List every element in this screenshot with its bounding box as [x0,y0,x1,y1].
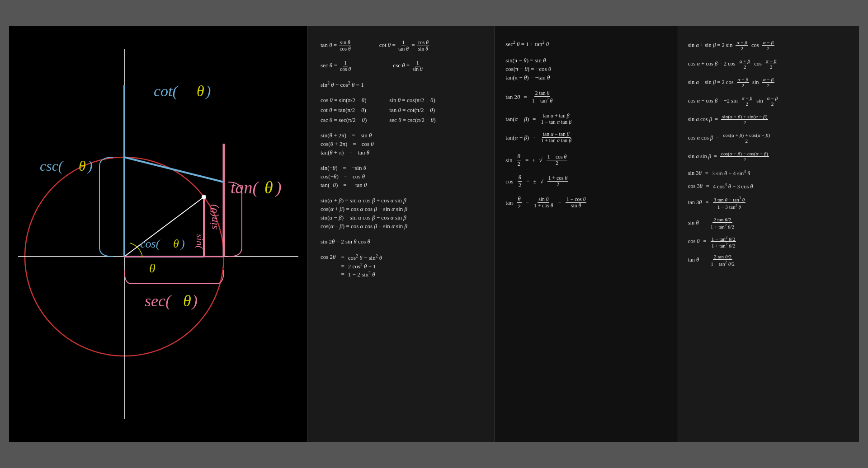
f3-prod-cos-cos: cos α cos β = cos(α + β) + cos(α − β)2 [688,132,849,144]
svg-text:): ) [275,178,282,197]
f3-tan3: tan 3θ = 3 tan θ − tan3 θ1 − 3 tan2 θ [688,196,849,210]
svg-text:): ) [191,292,198,310]
formula-periodicity: sin(θ + 2π)=sin θ cos(θ + 2π)=cos θ tan(… [321,132,481,156]
formula-panel-2: sec2 θ = 1 + tan2 θ sin(π − θ) = sin θ c… [494,26,677,442]
f2-half-sin: sin θ2 = ± √ 1 − cos θ2 [505,153,666,168]
f2-tan-add: tan(α + β) = tan α + tan β1 − tan α tan … [505,113,666,125]
svg-point-12 [202,195,206,199]
formula-double-cos: cos 2θ =cos2 θ − sin2 θ =2 cos2 θ − 1 =1… [321,253,481,278]
f2-half-cos: cos θ2 = ± √ 1 + cos θ2 [505,174,666,189]
f3-prod-sin-cos: sin α cos β = sin(α + β) + sin(α − β)2 [688,114,849,125]
f3-sin3: sin 3θ = 3 sin θ − 4 sin3 θ [688,169,849,177]
svg-text:tan(: tan( [231,178,259,197]
f2-pi-minus: sin(π − θ) = sin θ cos(π − θ) = −cos θ t… [505,57,666,81]
f3-weierstrass-sin: sin θ = 2 tan θ/21 + tan2 θ/2 [688,217,849,229]
f2-tan2: tan 2θ = 2 tan θ1 − tan2 θ [505,90,666,104]
formula-panel-1: tan θ = sin θcos θ cot θ = 1tan θ = cos … [307,26,494,442]
f3-cos3: cos 3θ = 4 cos3 θ − 3 cos θ [688,183,849,190]
svg-text:θ: θ [79,158,86,174]
svg-text:cos(: cos( [140,237,160,250]
trig-diagram: cot( θ ) csc( θ ) cos( θ ) sin( sin(θ) t… [9,26,307,442]
svg-text:cot(: cot( [154,83,179,100]
svg-text:θ: θ [197,83,204,99]
f3-sum-sin: sin α + sin β = 2 sin α + β2 cos α − β2 [688,40,849,51]
formula-double-sin: sin 2θ = 2 sin θ cos θ [321,238,481,245]
svg-text:): ) [180,237,185,250]
f2-tan-sub: tan(α − β) = tan α − tan β1 + tan α tan … [505,131,666,144]
formula-group-sec-csc: sec θ = 1cos θ csc θ = 1sin θ [321,60,481,72]
svg-text:csc(: csc( [40,158,64,174]
svg-text:): ) [205,83,211,100]
svg-text:θ: θ [183,292,191,310]
formula-cofunction: cos θ = sin(π/2 − θ) cot θ = tan(π/2 − θ… [321,97,481,124]
main-container: cot( θ ) csc( θ ) cos( θ ) sin( sin(θ) t… [9,26,859,442]
f3-diff-cos: cos α − cos β = −2 sin α + β2 sin α − β2 [688,95,849,107]
f3-weierstrass-cos: cos θ = 1 − tan2 θ/21 + tan2 θ/2 [688,235,849,249]
formula-pythagorean: sin2 θ + cos2 θ = 1 [321,80,481,89]
svg-text:θ: θ [264,178,273,197]
formula-negative: sin(−θ)=−sin θ cos(−θ)=cos θ tan(−θ)=−ta… [321,164,481,189]
f3-diff-sin: sin α − sin β = 2 cos α + β2 sin α − β2 [688,77,849,88]
svg-text:θ: θ [149,261,156,275]
formula-panel-3: sin α + sin β = 2 sin α + β2 cos α − β2 … [678,26,859,442]
f2-half-tan: tan θ2 = sin θ1 + cos θ = 1 − cos θsin θ [505,195,666,210]
svg-text:sin(θ): sin(θ) [208,204,219,229]
svg-text:sin(: sin( [194,234,206,250]
formula-group-tan-cot: tan θ = sin θcos θ cot θ = 1tan θ = cos … [321,40,481,52]
f3-prod-sin-sin: sin α sin β = cos(α − β) − cos(α + β)2 [688,151,849,162]
svg-text:): ) [87,158,93,174]
f3-weierstrass-tan: tan θ = 2 tan θ/21 − tan2 θ/2 [688,254,849,267]
svg-text:θ: θ [173,237,179,250]
f3-sum-cos: cos α + cos β = 2 cos α + β2 cos α − β2 [688,58,849,70]
svg-text:sec(: sec( [145,292,172,310]
formula-addition: sin(α + β) = sin α cos β + cos α sin β c… [321,197,481,230]
f2-sec2: sec2 θ = 1 + tan2 θ [505,40,666,48]
diagram-panel: cot( θ ) csc( θ ) cos( θ ) sin( sin(θ) t… [9,26,307,442]
